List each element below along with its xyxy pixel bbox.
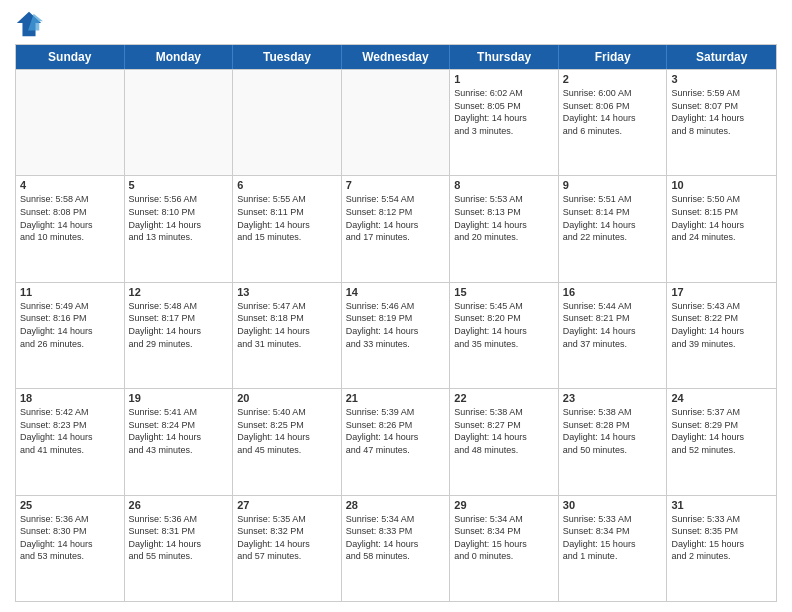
day-number: 1 (454, 73, 554, 85)
calendar-row-4: 18Sunrise: 5:42 AM Sunset: 8:23 PM Dayli… (16, 388, 776, 494)
day-number: 27 (237, 499, 337, 511)
day-info: Sunrise: 5:49 AM Sunset: 8:16 PM Dayligh… (20, 300, 120, 350)
day-info: Sunrise: 5:38 AM Sunset: 8:28 PM Dayligh… (563, 406, 663, 456)
day-info: Sunrise: 6:00 AM Sunset: 8:06 PM Dayligh… (563, 87, 663, 137)
day-cell-6: 6Sunrise: 5:55 AM Sunset: 8:11 PM Daylig… (233, 176, 342, 281)
day-number: 26 (129, 499, 229, 511)
day-info: Sunrise: 5:41 AM Sunset: 8:24 PM Dayligh… (129, 406, 229, 456)
day-number: 12 (129, 286, 229, 298)
day-info: Sunrise: 5:51 AM Sunset: 8:14 PM Dayligh… (563, 193, 663, 243)
day-cell-3: 3Sunrise: 5:59 AM Sunset: 8:07 PM Daylig… (667, 70, 776, 175)
header-day-friday: Friday (559, 45, 668, 69)
day-number: 11 (20, 286, 120, 298)
day-info: Sunrise: 5:35 AM Sunset: 8:32 PM Dayligh… (237, 513, 337, 563)
day-cell-2: 2Sunrise: 6:00 AM Sunset: 8:06 PM Daylig… (559, 70, 668, 175)
day-cell-30: 30Sunrise: 5:33 AM Sunset: 8:34 PM Dayli… (559, 496, 668, 601)
day-number: 6 (237, 179, 337, 191)
empty-cell-r0c1 (125, 70, 234, 175)
day-cell-9: 9Sunrise: 5:51 AM Sunset: 8:14 PM Daylig… (559, 176, 668, 281)
day-cell-25: 25Sunrise: 5:36 AM Sunset: 8:30 PM Dayli… (16, 496, 125, 601)
day-cell-19: 19Sunrise: 5:41 AM Sunset: 8:24 PM Dayli… (125, 389, 234, 494)
day-info: Sunrise: 6:02 AM Sunset: 8:05 PM Dayligh… (454, 87, 554, 137)
day-number: 4 (20, 179, 120, 191)
day-number: 13 (237, 286, 337, 298)
day-cell-29: 29Sunrise: 5:34 AM Sunset: 8:34 PM Dayli… (450, 496, 559, 601)
day-info: Sunrise: 5:39 AM Sunset: 8:26 PM Dayligh… (346, 406, 446, 456)
day-cell-8: 8Sunrise: 5:53 AM Sunset: 8:13 PM Daylig… (450, 176, 559, 281)
day-cell-31: 31Sunrise: 5:33 AM Sunset: 8:35 PM Dayli… (667, 496, 776, 601)
calendar-row-1: 1Sunrise: 6:02 AM Sunset: 8:05 PM Daylig… (16, 69, 776, 175)
day-info: Sunrise: 5:55 AM Sunset: 8:11 PM Dayligh… (237, 193, 337, 243)
empty-cell-r0c0 (16, 70, 125, 175)
day-info: Sunrise: 5:37 AM Sunset: 8:29 PM Dayligh… (671, 406, 772, 456)
header-day-monday: Monday (125, 45, 234, 69)
day-number: 29 (454, 499, 554, 511)
day-number: 18 (20, 392, 120, 404)
day-cell-28: 28Sunrise: 5:34 AM Sunset: 8:33 PM Dayli… (342, 496, 451, 601)
day-info: Sunrise: 5:36 AM Sunset: 8:31 PM Dayligh… (129, 513, 229, 563)
day-number: 17 (671, 286, 772, 298)
day-info: Sunrise: 5:34 AM Sunset: 8:33 PM Dayligh… (346, 513, 446, 563)
day-number: 10 (671, 179, 772, 191)
day-cell-7: 7Sunrise: 5:54 AM Sunset: 8:12 PM Daylig… (342, 176, 451, 281)
day-info: Sunrise: 5:33 AM Sunset: 8:35 PM Dayligh… (671, 513, 772, 563)
day-info: Sunrise: 5:34 AM Sunset: 8:34 PM Dayligh… (454, 513, 554, 563)
day-info: Sunrise: 5:36 AM Sunset: 8:30 PM Dayligh… (20, 513, 120, 563)
day-info: Sunrise: 5:33 AM Sunset: 8:34 PM Dayligh… (563, 513, 663, 563)
day-number: 28 (346, 499, 446, 511)
calendar-row-3: 11Sunrise: 5:49 AM Sunset: 8:16 PM Dayli… (16, 282, 776, 388)
day-info: Sunrise: 5:50 AM Sunset: 8:15 PM Dayligh… (671, 193, 772, 243)
day-info: Sunrise: 5:44 AM Sunset: 8:21 PM Dayligh… (563, 300, 663, 350)
day-number: 14 (346, 286, 446, 298)
day-number: 16 (563, 286, 663, 298)
day-cell-23: 23Sunrise: 5:38 AM Sunset: 8:28 PM Dayli… (559, 389, 668, 494)
day-cell-21: 21Sunrise: 5:39 AM Sunset: 8:26 PM Dayli… (342, 389, 451, 494)
day-number: 19 (129, 392, 229, 404)
day-info: Sunrise: 5:42 AM Sunset: 8:23 PM Dayligh… (20, 406, 120, 456)
day-info: Sunrise: 5:56 AM Sunset: 8:10 PM Dayligh… (129, 193, 229, 243)
day-cell-26: 26Sunrise: 5:36 AM Sunset: 8:31 PM Dayli… (125, 496, 234, 601)
day-number: 21 (346, 392, 446, 404)
logo (15, 10, 47, 38)
day-info: Sunrise: 5:38 AM Sunset: 8:27 PM Dayligh… (454, 406, 554, 456)
day-cell-13: 13Sunrise: 5:47 AM Sunset: 8:18 PM Dayli… (233, 283, 342, 388)
logo-icon (15, 10, 43, 38)
day-cell-5: 5Sunrise: 5:56 AM Sunset: 8:10 PM Daylig… (125, 176, 234, 281)
calendar-row-5: 25Sunrise: 5:36 AM Sunset: 8:30 PM Dayli… (16, 495, 776, 601)
day-number: 8 (454, 179, 554, 191)
day-cell-18: 18Sunrise: 5:42 AM Sunset: 8:23 PM Dayli… (16, 389, 125, 494)
day-cell-15: 15Sunrise: 5:45 AM Sunset: 8:20 PM Dayli… (450, 283, 559, 388)
day-cell-1: 1Sunrise: 6:02 AM Sunset: 8:05 PM Daylig… (450, 70, 559, 175)
day-cell-17: 17Sunrise: 5:43 AM Sunset: 8:22 PM Dayli… (667, 283, 776, 388)
empty-cell-r0c2 (233, 70, 342, 175)
day-info: Sunrise: 5:46 AM Sunset: 8:19 PM Dayligh… (346, 300, 446, 350)
day-number: 20 (237, 392, 337, 404)
day-cell-22: 22Sunrise: 5:38 AM Sunset: 8:27 PM Dayli… (450, 389, 559, 494)
header-day-saturday: Saturday (667, 45, 776, 69)
day-number: 23 (563, 392, 663, 404)
day-info: Sunrise: 5:53 AM Sunset: 8:13 PM Dayligh… (454, 193, 554, 243)
calendar-body: 1Sunrise: 6:02 AM Sunset: 8:05 PM Daylig… (16, 69, 776, 601)
day-number: 7 (346, 179, 446, 191)
day-info: Sunrise: 5:48 AM Sunset: 8:17 PM Dayligh… (129, 300, 229, 350)
day-info: Sunrise: 5:40 AM Sunset: 8:25 PM Dayligh… (237, 406, 337, 456)
day-info: Sunrise: 5:47 AM Sunset: 8:18 PM Dayligh… (237, 300, 337, 350)
day-cell-24: 24Sunrise: 5:37 AM Sunset: 8:29 PM Dayli… (667, 389, 776, 494)
day-info: Sunrise: 5:58 AM Sunset: 8:08 PM Dayligh… (20, 193, 120, 243)
header-day-sunday: Sunday (16, 45, 125, 69)
header-day-tuesday: Tuesday (233, 45, 342, 69)
day-number: 24 (671, 392, 772, 404)
day-cell-20: 20Sunrise: 5:40 AM Sunset: 8:25 PM Dayli… (233, 389, 342, 494)
day-number: 31 (671, 499, 772, 511)
day-cell-4: 4Sunrise: 5:58 AM Sunset: 8:08 PM Daylig… (16, 176, 125, 281)
empty-cell-r0c3 (342, 70, 451, 175)
day-info: Sunrise: 5:45 AM Sunset: 8:20 PM Dayligh… (454, 300, 554, 350)
calendar-row-2: 4Sunrise: 5:58 AM Sunset: 8:08 PM Daylig… (16, 175, 776, 281)
day-cell-12: 12Sunrise: 5:48 AM Sunset: 8:17 PM Dayli… (125, 283, 234, 388)
day-number: 9 (563, 179, 663, 191)
page: SundayMondayTuesdayWednesdayThursdayFrid… (0, 0, 792, 612)
calendar: SundayMondayTuesdayWednesdayThursdayFrid… (15, 44, 777, 602)
day-number: 22 (454, 392, 554, 404)
day-cell-27: 27Sunrise: 5:35 AM Sunset: 8:32 PM Dayli… (233, 496, 342, 601)
day-cell-11: 11Sunrise: 5:49 AM Sunset: 8:16 PM Dayli… (16, 283, 125, 388)
